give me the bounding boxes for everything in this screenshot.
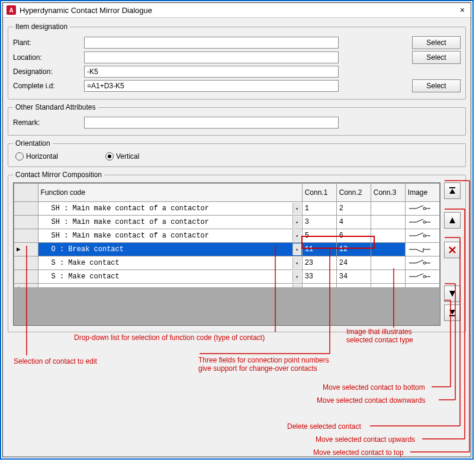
radio-vertical-label: Vertical bbox=[116, 152, 139, 161]
svg-line-9 bbox=[416, 233, 423, 236]
cell-c2[interactable]: 4 bbox=[336, 216, 371, 229]
fieldset-orientation: Orientation Horizontal Vertical bbox=[8, 139, 466, 167]
cell-c3[interactable] bbox=[371, 270, 405, 284]
dropdown-arrow-icon[interactable]: ▾ bbox=[292, 271, 301, 283]
delete-button[interactable] bbox=[444, 242, 461, 258]
app-icon: A bbox=[7, 5, 16, 15]
row-handle[interactable]: ▶ bbox=[14, 243, 38, 256]
annotation-three-fields: Three fields for connection point number… bbox=[198, 356, 329, 373]
composition-grid[interactable]: Function code Conn.1 Conn.2 Conn.3 Image… bbox=[13, 182, 440, 326]
table-row[interactable]: ▶O : Break contact▾1112 bbox=[14, 243, 440, 256]
cell-c2[interactable]: 6 bbox=[336, 229, 371, 243]
cell-function-code[interactable]: S : Make contact▾ bbox=[38, 256, 302, 270]
select-complete-button[interactable]: Select bbox=[412, 79, 461, 92]
move-bottom-button[interactable] bbox=[444, 304, 461, 321]
radio-vertical[interactable]: Vertical bbox=[105, 152, 139, 161]
legend-orientation: Orientation bbox=[13, 139, 53, 147]
cell-image bbox=[405, 256, 439, 270]
table-row[interactable]: SH : Main make contact of a contactor▾12 bbox=[14, 202, 440, 216]
cell-c3[interactable] bbox=[371, 256, 405, 270]
svg-point-6 bbox=[423, 221, 426, 223]
col-header-c2: Conn.2 bbox=[336, 184, 371, 202]
dropdown-arrow-icon[interactable]: ▾ bbox=[292, 257, 301, 269]
fieldset-item-designation: Item designation Plant: Select Location:… bbox=[8, 23, 466, 100]
table-row[interactable]: S : Make contact▾3334 bbox=[14, 270, 440, 284]
cell-function-code[interactable]: SH : Main make contact of a contactor▾ bbox=[38, 202, 302, 216]
cell-c2[interactable]: 2 bbox=[336, 202, 371, 216]
cell-c1[interactable]: 33 bbox=[302, 270, 336, 284]
fieldset-composition: Contact Mirror Composition Function code… bbox=[8, 171, 466, 332]
cell-c3[interactable] bbox=[371, 202, 405, 216]
side-button-column bbox=[444, 182, 461, 326]
cell-c2[interactable]: 12 bbox=[336, 243, 371, 256]
annotation-selection: Selection of contact to edit bbox=[14, 357, 97, 365]
row-handle[interactable] bbox=[14, 229, 38, 243]
col-header-c3: Conn.3 bbox=[371, 184, 405, 202]
radio-vertical-indicator bbox=[105, 152, 114, 161]
cell-c2[interactable]: 34 bbox=[336, 270, 371, 284]
cell-c1[interactable]: 1 bbox=[302, 202, 336, 216]
cell-c1[interactable]: 11 bbox=[302, 243, 336, 256]
table-row[interactable]: SH : Main make contact of a contactor▾34 bbox=[14, 216, 440, 229]
annotation-move-bottom: Move selected contact to bottom bbox=[323, 383, 425, 392]
cell-function-code[interactable]: O : Break contact▾ bbox=[38, 243, 302, 256]
svg-line-5 bbox=[416, 219, 423, 222]
input-complete-id[interactable] bbox=[84, 80, 339, 92]
svg-marker-26 bbox=[449, 217, 455, 223]
select-location-button[interactable]: Select bbox=[412, 51, 461, 64]
row-handle[interactable] bbox=[14, 256, 38, 270]
input-plant[interactable] bbox=[84, 37, 339, 49]
svg-point-10 bbox=[423, 235, 426, 237]
svg-marker-29 bbox=[449, 291, 455, 297]
composition-table: Function code Conn.1 Conn.2 Conn.3 Image… bbox=[14, 183, 440, 297]
svg-line-21 bbox=[416, 274, 423, 277]
label-location: Location: bbox=[13, 53, 84, 62]
annotation-move-top: Move selected contact to top bbox=[313, 448, 404, 457]
cell-c1[interactable]: 5 bbox=[302, 229, 336, 243]
col-header-c1: Conn.1 bbox=[302, 184, 336, 202]
table-row[interactable]: S : Make contact▾2324 bbox=[14, 256, 440, 270]
dropdown-arrow-icon[interactable]: ▾ bbox=[292, 243, 301, 255]
close-icon[interactable]: × bbox=[458, 5, 467, 15]
svg-rect-24 bbox=[449, 187, 455, 188]
annotation-move-down: Move selected contact downwards bbox=[317, 396, 425, 405]
radio-horizontal[interactable]: Horizontal bbox=[15, 152, 58, 161]
cell-c1[interactable]: 3 bbox=[302, 216, 336, 229]
radio-horizontal-label: Horizontal bbox=[26, 152, 58, 161]
cell-c2[interactable]: 24 bbox=[336, 256, 371, 270]
select-plant-button[interactable]: Select bbox=[412, 36, 461, 49]
move-up-button[interactable] bbox=[444, 212, 461, 229]
dropdown-arrow-icon[interactable]: ▾ bbox=[292, 230, 301, 242]
cell-c1[interactable]: 23 bbox=[302, 256, 336, 270]
label-plant: Plant: bbox=[13, 38, 84, 47]
annotation-delete: Delete selected contact bbox=[287, 422, 361, 431]
svg-line-1 bbox=[416, 206, 423, 208]
cell-function-code[interactable]: S : Make contact▾ bbox=[38, 270, 302, 284]
svg-point-22 bbox=[423, 275, 426, 278]
cell-image bbox=[405, 243, 439, 256]
input-designation[interactable] bbox=[84, 66, 339, 78]
svg-line-13 bbox=[416, 249, 423, 252]
svg-marker-30 bbox=[449, 310, 455, 315]
move-top-button[interactable] bbox=[444, 182, 461, 199]
svg-point-18 bbox=[423, 262, 426, 264]
cell-function-code[interactable]: SH : Main make contact of a contactor▾ bbox=[38, 216, 302, 229]
radio-horizontal-indicator bbox=[15, 152, 24, 161]
row-handle[interactable] bbox=[14, 202, 38, 216]
move-down-button[interactable] bbox=[444, 285, 461, 302]
dropdown-arrow-icon[interactable]: ▾ bbox=[292, 203, 301, 214]
dropdown-arrow-icon[interactable]: ▾ bbox=[292, 216, 301, 228]
table-row[interactable]: SH : Main make contact of a contactor▾56 bbox=[14, 229, 440, 243]
cell-c3[interactable] bbox=[371, 229, 405, 243]
cell-c3[interactable] bbox=[371, 243, 405, 256]
col-header-img: Image bbox=[405, 184, 439, 202]
row-handle[interactable] bbox=[14, 216, 38, 229]
label-remark: Remark: bbox=[13, 118, 84, 127]
input-remark[interactable] bbox=[84, 117, 339, 129]
cell-c3[interactable] bbox=[371, 216, 405, 229]
cell-function-code[interactable]: SH : Main make contact of a contactor▾ bbox=[38, 229, 302, 243]
col-header-handle bbox=[14, 184, 38, 202]
titlebar: A Hyperdynamic Contact Mirror Dialogue × bbox=[3, 3, 471, 18]
row-handle[interactable] bbox=[14, 270, 38, 284]
input-location[interactable] bbox=[84, 52, 339, 63]
